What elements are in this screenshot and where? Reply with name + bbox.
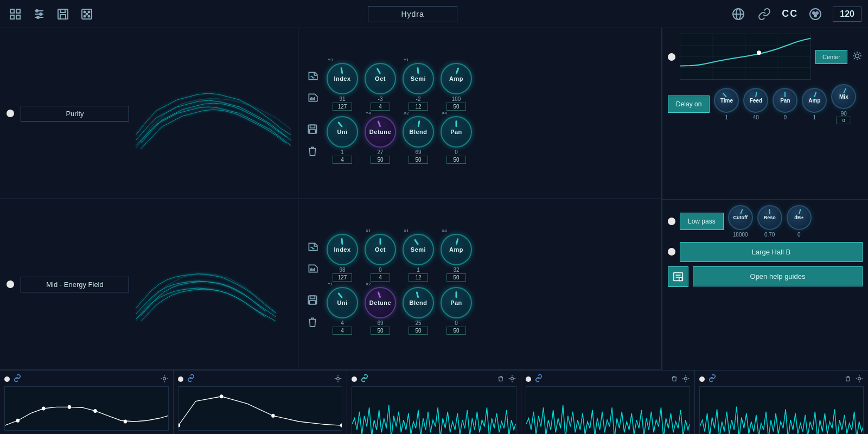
save-icon[interactable]	[54, 5, 72, 23]
svg-point-66	[856, 54, 859, 58]
bottom-panel-1	[0, 371, 174, 434]
right-bottom-indicator[interactable]	[668, 218, 675, 225]
svg-point-95	[220, 394, 223, 398]
bottom-panel-2	[174, 371, 347, 434]
bottom-sun-icon-4[interactable]	[681, 374, 690, 384]
trash-icon-p2[interactable]	[305, 314, 320, 329]
svg-line-48	[214, 275, 229, 278]
bottom-ind-5[interactable]	[699, 376, 705, 382]
bottom-link-icon-5[interactable]	[708, 374, 717, 384]
panel2-detune-knob: X2 Detune 69 50	[365, 287, 396, 335]
svg-rect-11	[61, 9, 65, 12]
panel1-pan-knob: X4 Pan 0 50	[441, 116, 472, 164]
file-wave-icon[interactable]	[305, 68, 320, 84]
svg-point-25	[814, 15, 816, 17]
bottom-ind-3[interactable]	[352, 376, 357, 382]
audio-file2-icon[interactable]	[305, 261, 320, 276]
bottom-trash-4[interactable]	[671, 375, 678, 384]
panel1-name[interactable]: Purity	[21, 106, 129, 122]
bottom-ind-1[interactable]	[4, 376, 10, 382]
svg-rect-78	[679, 277, 682, 280]
palette-icon[interactable]	[807, 5, 824, 23]
save-patch-icon[interactable]	[305, 122, 320, 137]
panel1-index-knob: Y3 Index 91 127	[327, 63, 358, 111]
panel2-pan-knob: Pan 0 50	[441, 287, 472, 335]
right-top-indicator[interactable]	[668, 53, 675, 61]
oct-knob2[interactable]: Oct	[365, 234, 396, 265]
right-reverb-indicator[interactable]	[668, 248, 675, 256]
bottom-sun-icon-1[interactable]	[160, 374, 169, 384]
amp-knob[interactable]: Amp	[441, 63, 472, 94]
db-knob: dB± 0	[787, 205, 812, 238]
index-knob2[interactable]: Index	[327, 234, 358, 265]
svg-rect-3	[16, 15, 20, 19]
svg-point-97	[340, 424, 342, 427]
grid-icon[interactable]	[7, 5, 24, 23]
detune-knob[interactable]: Detune	[365, 116, 396, 148]
title-section: Hydra	[102, 6, 723, 22]
network-icon[interactable]	[730, 5, 747, 23]
svg-point-24	[816, 12, 818, 14]
bottom-trash-3[interactable]	[497, 375, 505, 384]
blend-knob2[interactable]: Blend	[403, 287, 434, 318]
index-knob[interactable]: Index	[327, 63, 358, 94]
trash-icon-p1[interactable]	[305, 143, 320, 158]
semi-knob[interactable]: Semi	[403, 63, 434, 94]
help-button[interactable]: Open help guides	[693, 266, 863, 286]
save-patch2-icon[interactable]	[305, 292, 320, 308]
svg-line-43	[136, 299, 151, 321]
audio-file-icon[interactable]	[305, 90, 320, 105]
center-button[interactable]: Center	[815, 50, 847, 64]
uni-knob2[interactable]: Uni	[327, 287, 358, 318]
feed-knob: Feed 40	[743, 88, 768, 120]
bottom-link-icon-1[interactable]	[13, 374, 22, 384]
bottom-graph-1	[4, 386, 169, 431]
panel1-semi-knob: Y1 Semi -2 12	[403, 63, 434, 111]
pan-knob2[interactable]: Pan	[441, 287, 472, 318]
panel2-semi-knob: X1 Semi 1 12	[403, 234, 434, 282]
detune-knob2[interactable]: Detune	[365, 287, 396, 318]
panel2-indicator[interactable]	[7, 280, 14, 288]
svg-point-79	[163, 377, 166, 380]
svg-line-35	[276, 118, 291, 130]
reso-knob: Reso 0.70	[757, 205, 782, 238]
file-wave2-icon[interactable]	[305, 239, 320, 254]
svg-rect-0	[10, 9, 14, 13]
bpm-display[interactable]: 120	[833, 7, 861, 22]
uni-knob[interactable]: Uni	[327, 116, 358, 148]
svg-point-14	[84, 11, 86, 12]
bottom-ind-4[interactable]	[526, 376, 531, 382]
bottom-panel-5	[695, 371, 868, 434]
svg-point-89	[337, 377, 340, 380]
bottom-sun-icon-2[interactable]	[334, 374, 342, 384]
bottom-link-icon-2[interactable]	[187, 374, 195, 384]
pan-knob[interactable]: Pan	[441, 116, 472, 148]
bottom-link-icon-4[interactable]	[534, 374, 543, 384]
link-icon[interactable]	[756, 5, 773, 23]
semi-knob2[interactable]: Semi	[403, 234, 434, 265]
panel1-blend-knob: X2 Blend 69 50	[403, 116, 434, 164]
brightness-icon[interactable]	[852, 50, 863, 63]
svg-line-29	[182, 100, 198, 104]
amp-knob2[interactable]: Amp	[441, 234, 472, 265]
sticker-icon[interactable]	[668, 266, 688, 287]
oct-knob[interactable]: Oct	[365, 63, 396, 94]
filter-button[interactable]: Low pass	[680, 213, 724, 230]
bottom-sun-icon-5[interactable]	[855, 374, 864, 384]
panel2-name[interactable]: Mid - Energy Field	[21, 277, 129, 292]
svg-line-51	[260, 299, 276, 312]
bottom-link-icon-3[interactable]	[360, 374, 369, 384]
panel1-controls: Y3 Index 91 127	[298, 28, 661, 199]
reverb-button[interactable]: Large Hall B	[680, 242, 863, 262]
panel1-indicator[interactable]	[7, 110, 14, 117]
svg-line-27	[151, 112, 167, 127]
bottom-trash-5[interactable]	[844, 375, 852, 384]
dice-icon[interactable]	[78, 5, 95, 23]
svg-point-96	[271, 414, 275, 418]
bottom-ind-2[interactable]	[178, 376, 183, 382]
mixer-icon[interactable]	[30, 5, 48, 23]
delay-button[interactable]: Delay on	[668, 95, 710, 113]
svg-point-84	[16, 419, 20, 423]
blend-knob[interactable]: Blend	[403, 116, 434, 148]
bottom-sun-icon-3[interactable]	[508, 374, 516, 384]
